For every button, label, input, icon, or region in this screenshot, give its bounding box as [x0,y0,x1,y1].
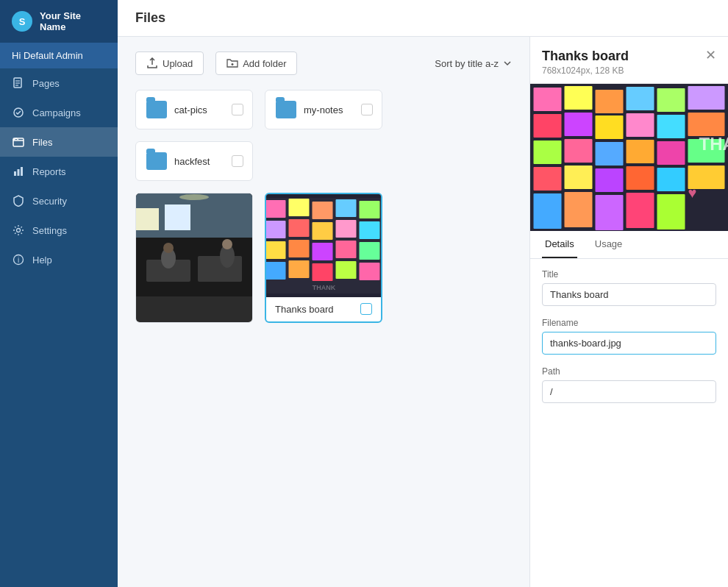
sidebar-label-help: Help [32,255,52,266]
sidebar-item-help[interactable]: i Help [0,245,118,274]
svg-rect-69 [534,167,562,191]
sidebar-item-pages[interactable]: Pages [0,68,118,98]
field-group-filename: Filename [542,318,716,355]
path-field-input[interactable] [542,380,716,403]
svg-rect-40 [313,243,333,260]
svg-rect-63 [534,140,562,164]
svg-rect-52 [565,86,593,110]
sidebar-item-files[interactable]: Files [0,127,118,157]
site-name: Your Site Name [40,10,106,32]
add-folder-button[interactable]: Add folder [215,51,297,75]
site-logo[interactable]: S Your Site Name [0,0,118,43]
svg-rect-55 [657,88,685,112]
sidebar-item-reports[interactable]: Reports [0,157,118,186]
svg-rect-51 [534,88,562,111]
upload-button[interactable]: Upload [135,51,204,75]
checkbox-thanks-board[interactable] [360,303,372,315]
campaigns-icon [12,106,25,119]
svg-point-9 [17,229,21,232]
sidebar-item-settings[interactable]: Settings [0,216,118,245]
image-footer-thanks-board: Thanks board [266,297,381,321]
svg-point-22 [222,239,232,249]
svg-rect-32 [360,201,380,218]
svg-rect-76 [565,192,593,227]
tab-usage[interactable]: Usage [592,231,626,258]
sidebar-label-reports: Reports [32,166,66,177]
svg-rect-33 [266,221,286,238]
checkbox-cat-pics[interactable] [232,104,243,115]
sidebar-item-security[interactable]: Security [0,186,118,216]
add-folder-label: Add folder [243,58,286,69]
folder-item-hackfest[interactable]: hackfest [135,141,253,181]
detail-meta: 768x1024px, 128 KB [542,65,629,76]
sort-control[interactable]: Sort by title a-z [435,58,512,69]
filename-field-label: Filename [542,318,716,328]
upload-label: Upload [163,58,193,69]
sidebar-label-pages: Pages [32,78,60,89]
svg-rect-62 [688,113,725,136]
svg-rect-71 [596,168,624,192]
svg-text:i: i [18,256,19,264]
detail-header: Thanks board 768x1024px, 128 KB ✕ [530,37,728,84]
filename-field-input[interactable] [542,332,716,355]
sidebar-label-files: Files [32,137,52,148]
svg-rect-75 [534,193,562,229]
image-name-thanks-board: Thanks board [275,304,334,315]
file-grid: cat-pics my-notes hackfest [135,90,512,323]
logo-icon: S [12,11,32,32]
sidebar-label-settings: Settings [32,225,67,236]
sidebar-label-security: Security [32,196,67,207]
panel-preview: THANK ♥ [530,84,728,231]
upload-icon [146,57,158,69]
svg-rect-44 [289,260,310,278]
sort-label: Sort by title a-z [435,58,499,69]
svg-rect-54 [627,87,654,110]
image-footer-team-1: Team 1 [136,322,252,323]
svg-rect-53 [596,90,624,113]
checkbox-my-notes[interactable] [361,104,373,115]
svg-rect-73 [657,168,685,191]
folder-icon-hackfest [146,152,167,170]
toolbar: Upload Add folder Sort by title a-z [135,51,512,75]
svg-rect-41 [336,241,357,258]
svg-text:♥: ♥ [688,185,697,201]
svg-rect-18 [198,256,242,282]
title-field-label: Title [542,269,716,280]
svg-rect-42 [360,242,380,260]
sticky-canvas: THANK [266,194,381,297]
main-area: Files Upload [118,0,728,587]
help-icon: i [12,253,25,266]
image-item-team-1[interactable]: Team 1 [135,193,253,323]
folder-item-cat-pics[interactable]: cat-pics [135,90,253,129]
svg-rect-37 [360,221,380,239]
svg-rect-64 [565,139,593,163]
tab-details[interactable]: Details [542,231,577,258]
page-title: Files [135,10,165,25]
sidebar-item-campaigns[interactable]: Campaigns [0,98,118,127]
files-section: Upload Add folder Sort by title a-z [118,37,529,587]
svg-rect-70 [565,166,593,189]
detail-tabs: Details Usage [530,231,728,259]
chevron-down-icon [503,59,512,68]
svg-rect-45 [313,263,333,281]
svg-rect-72 [627,166,654,190]
field-group-title: Title [542,269,716,306]
svg-text:THANK: THANK [699,134,729,154]
svg-text:THANK: THANK [313,284,336,291]
topbar: Files [118,0,728,37]
svg-point-20 [163,243,174,253]
svg-rect-30 [313,202,333,219]
svg-rect-7 [18,169,20,176]
checkbox-hackfest[interactable] [232,155,243,167]
close-button[interactable]: ✕ [705,49,716,62]
folder-item-my-notes[interactable]: my-notes [265,90,382,129]
reports-icon [12,165,25,178]
svg-rect-8 [21,167,23,176]
thanks-thumb: THANK [266,194,381,297]
title-field-input[interactable] [542,283,716,306]
settings-icon [12,224,25,237]
svg-rect-57 [534,114,562,138]
image-item-thanks-board[interactable]: THANK Thanks board [265,193,382,323]
svg-point-25 [179,194,209,200]
user-bar: Hi Default Admin [0,43,118,68]
